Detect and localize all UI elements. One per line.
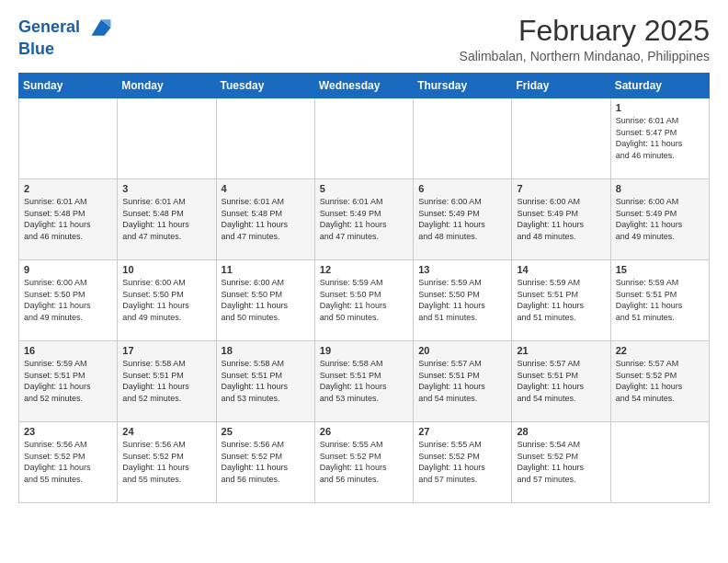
day-cell: 21Sunrise: 5:57 AMSunset: 5:51 PMDayligh… <box>512 341 610 422</box>
location: Salimbalan, Northern Mindanao, Philippin… <box>460 49 710 63</box>
day-info: Sunrise: 5:58 AMSunset: 5:51 PMDaylight:… <box>222 358 310 404</box>
day-cell: 15Sunrise: 5:59 AMSunset: 5:51 PMDayligh… <box>610 260 709 341</box>
day-info: Sunrise: 5:59 AMSunset: 5:51 PMDaylight:… <box>517 277 605 323</box>
col-header-thursday: Thursday <box>414 74 512 98</box>
day-cell <box>314 98 413 179</box>
day-info: Sunrise: 5:57 AMSunset: 5:51 PMDaylight:… <box>418 358 506 404</box>
day-cell <box>19 98 118 179</box>
col-header-sunday: Sunday <box>19 74 118 98</box>
day-info: Sunrise: 5:59 AMSunset: 5:50 PMDaylight:… <box>320 277 408 323</box>
day-info: Sunrise: 5:59 AMSunset: 5:51 PMDaylight:… <box>616 277 704 323</box>
week-row-3: 9Sunrise: 6:00 AMSunset: 5:50 PMDaylight… <box>19 260 710 341</box>
day-number: 22 <box>616 345 704 356</box>
day-cell: 16Sunrise: 5:59 AMSunset: 5:51 PMDayligh… <box>19 341 118 422</box>
day-number: 4 <box>222 183 310 194</box>
day-cell: 11Sunrise: 6:00 AMSunset: 5:50 PMDayligh… <box>216 260 314 341</box>
day-number: 8 <box>616 183 704 194</box>
day-number: 27 <box>418 426 506 437</box>
day-number: 10 <box>122 264 210 275</box>
day-number: 11 <box>222 264 310 275</box>
page: General Blue February 2025 Salimbalan, N… <box>0 0 728 518</box>
day-number: 12 <box>320 264 408 275</box>
day-info: Sunrise: 5:59 AMSunset: 5:51 PMDaylight:… <box>24 358 112 404</box>
day-number: 28 <box>517 426 605 437</box>
day-info: Sunrise: 5:54 AMSunset: 5:52 PMDaylight:… <box>517 439 605 485</box>
day-info: Sunrise: 6:01 AMSunset: 5:49 PMDaylight:… <box>320 196 408 242</box>
day-cell: 2Sunrise: 6:01 AMSunset: 5:48 PMDaylight… <box>19 179 118 260</box>
week-row-5: 23Sunrise: 5:56 AMSunset: 5:52 PMDayligh… <box>19 422 710 503</box>
day-cell <box>610 422 709 503</box>
day-cell <box>216 98 314 179</box>
day-number: 7 <box>517 183 605 194</box>
day-info: Sunrise: 6:00 AMSunset: 5:50 PMDaylight:… <box>122 277 210 323</box>
col-header-monday: Monday <box>118 74 216 98</box>
col-header-tuesday: Tuesday <box>216 74 314 98</box>
calendar: SundayMondayTuesdayWednesdayThursdayFrid… <box>18 73 710 503</box>
logo-text: General <box>18 15 114 40</box>
day-cell: 5Sunrise: 6:01 AMSunset: 5:49 PMDaylight… <box>314 179 413 260</box>
logo-general: General <box>18 17 80 36</box>
day-cell: 7Sunrise: 6:00 AMSunset: 5:49 PMDaylight… <box>512 179 610 260</box>
day-cell: 9Sunrise: 6:00 AMSunset: 5:50 PMDaylight… <box>19 260 118 341</box>
day-number: 2 <box>24 183 112 194</box>
day-number: 25 <box>222 426 310 437</box>
week-row-1: 1Sunrise: 6:01 AMSunset: 5:47 PMDaylight… <box>19 98 710 179</box>
day-info: Sunrise: 6:00 AMSunset: 5:49 PMDaylight:… <box>517 196 605 242</box>
logo: General Blue <box>18 15 114 59</box>
day-info: Sunrise: 5:56 AMSunset: 5:52 PMDaylight:… <box>222 439 310 485</box>
day-number: 18 <box>222 345 310 356</box>
day-cell: 10Sunrise: 6:00 AMSunset: 5:50 PMDayligh… <box>118 260 216 341</box>
day-cell: 23Sunrise: 5:56 AMSunset: 5:52 PMDayligh… <box>19 422 118 503</box>
day-number: 13 <box>418 264 506 275</box>
day-cell: 25Sunrise: 5:56 AMSunset: 5:52 PMDayligh… <box>216 422 314 503</box>
day-info: Sunrise: 6:01 AMSunset: 5:48 PMDaylight:… <box>24 196 112 242</box>
day-info: Sunrise: 5:57 AMSunset: 5:51 PMDaylight:… <box>517 358 605 404</box>
day-info: Sunrise: 6:01 AMSunset: 5:48 PMDaylight:… <box>222 196 310 242</box>
day-number: 23 <box>24 426 112 437</box>
day-cell: 27Sunrise: 5:55 AMSunset: 5:52 PMDayligh… <box>414 422 512 503</box>
header: General Blue February 2025 Salimbalan, N… <box>18 15 710 63</box>
day-cell: 8Sunrise: 6:00 AMSunset: 5:49 PMDaylight… <box>610 179 709 260</box>
col-header-wednesday: Wednesday <box>314 74 413 98</box>
day-cell: 4Sunrise: 6:01 AMSunset: 5:48 PMDaylight… <box>216 179 314 260</box>
day-cell: 1Sunrise: 6:01 AMSunset: 5:47 PMDaylight… <box>610 98 709 179</box>
day-number: 5 <box>320 183 408 194</box>
day-number: 9 <box>24 264 112 275</box>
week-row-4: 16Sunrise: 5:59 AMSunset: 5:51 PMDayligh… <box>19 341 710 422</box>
day-number: 1 <box>616 102 704 113</box>
day-cell: 13Sunrise: 5:59 AMSunset: 5:50 PMDayligh… <box>414 260 512 341</box>
day-number: 14 <box>517 264 605 275</box>
day-info: Sunrise: 5:58 AMSunset: 5:51 PMDaylight:… <box>320 358 408 404</box>
day-cell: 12Sunrise: 5:59 AMSunset: 5:50 PMDayligh… <box>314 260 413 341</box>
day-info: Sunrise: 6:01 AMSunset: 5:48 PMDaylight:… <box>122 196 210 242</box>
logo-blue: Blue <box>18 40 114 59</box>
day-number: 3 <box>122 183 210 194</box>
day-cell: 18Sunrise: 5:58 AMSunset: 5:51 PMDayligh… <box>216 341 314 422</box>
day-info: Sunrise: 6:00 AMSunset: 5:49 PMDaylight:… <box>616 196 704 242</box>
day-number: 26 <box>320 426 408 437</box>
month-year: February 2025 <box>460 15 710 47</box>
day-info: Sunrise: 5:56 AMSunset: 5:52 PMDaylight:… <box>122 439 210 485</box>
day-info: Sunrise: 5:57 AMSunset: 5:52 PMDaylight:… <box>616 358 704 404</box>
day-cell: 22Sunrise: 5:57 AMSunset: 5:52 PMDayligh… <box>610 341 709 422</box>
title-block: February 2025 Salimbalan, Northern Minda… <box>460 15 710 63</box>
day-cell: 14Sunrise: 5:59 AMSunset: 5:51 PMDayligh… <box>512 260 610 341</box>
day-cell: 28Sunrise: 5:54 AMSunset: 5:52 PMDayligh… <box>512 422 610 503</box>
col-header-saturday: Saturday <box>610 74 709 98</box>
day-number: 20 <box>418 345 506 356</box>
day-number: 16 <box>24 345 112 356</box>
day-cell <box>414 98 512 179</box>
day-cell: 24Sunrise: 5:56 AMSunset: 5:52 PMDayligh… <box>118 422 216 503</box>
day-cell: 20Sunrise: 5:57 AMSunset: 5:51 PMDayligh… <box>414 341 512 422</box>
day-number: 24 <box>122 426 210 437</box>
day-cell: 3Sunrise: 6:01 AMSunset: 5:48 PMDaylight… <box>118 179 216 260</box>
day-number: 21 <box>517 345 605 356</box>
day-cell <box>512 98 610 179</box>
calendar-header-row: SundayMondayTuesdayWednesdayThursdayFrid… <box>19 74 710 98</box>
week-row-2: 2Sunrise: 6:01 AMSunset: 5:48 PMDaylight… <box>19 179 710 260</box>
day-cell: 26Sunrise: 5:55 AMSunset: 5:52 PMDayligh… <box>314 422 413 503</box>
day-info: Sunrise: 6:01 AMSunset: 5:47 PMDaylight:… <box>616 115 704 161</box>
day-number: 17 <box>122 345 210 356</box>
day-number: 15 <box>616 264 704 275</box>
day-cell <box>118 98 216 179</box>
